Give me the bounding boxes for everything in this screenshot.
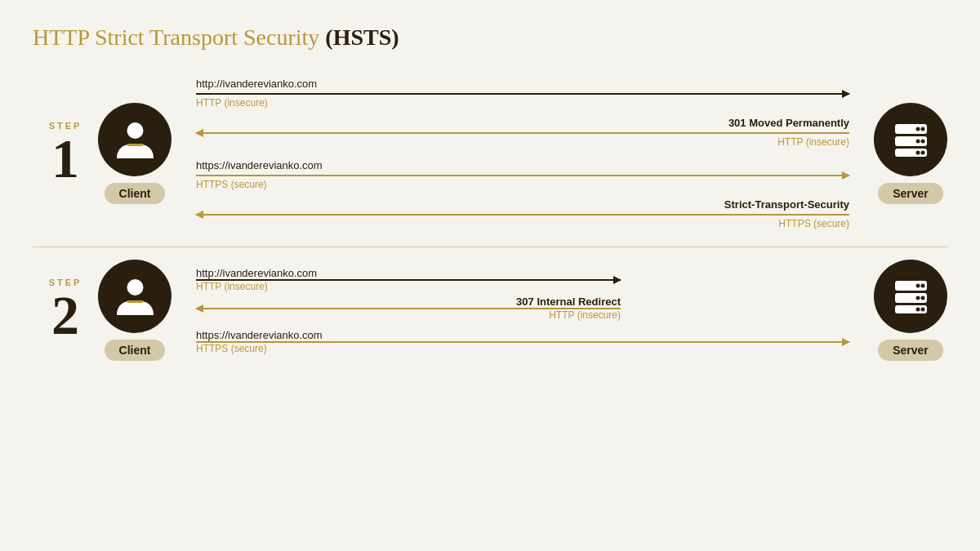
- svg-point-20: [915, 283, 920, 287]
- step1-client-icon: [98, 103, 172, 176]
- server-icon: [889, 118, 933, 162]
- svg-point-10: [915, 150, 920, 154]
- step2-sub3: HTTPS (secure): [196, 343, 849, 354]
- step2-client-wrapper: Client: [98, 260, 172, 361]
- step1-client-label: Client: [105, 183, 166, 204]
- step2-label2: 307 Internal Redirect: [196, 295, 621, 308]
- step1-row: STEP 1 Client http://ivanderevianko.com: [33, 75, 947, 232]
- step1-arrow-line2: [196, 132, 849, 134]
- step1-sub3: HTTPS (secure): [196, 179, 849, 190]
- step1-sub4: HTTPS (secure): [196, 218, 849, 229]
- title-acronym: (HSTS): [325, 24, 399, 50]
- step2-arrow2-block: 307 Internal Redirect HTTP (insecure): [196, 295, 849, 321]
- svg-point-3: [920, 127, 924, 131]
- main-title: HTTP Strict Transport Security (HSTS): [33, 24, 947, 51]
- step1-line3: [196, 175, 849, 176]
- page: HTTP Strict Transport Security (HSTS) ST…: [0, 0, 980, 551]
- svg-point-0: [127, 122, 143, 139]
- person2-icon: [113, 274, 158, 319]
- step1-client-wrapper: Client: [98, 103, 172, 204]
- step1-label2: 301 Moved Permanently: [196, 117, 849, 129]
- svg-rect-12: [127, 300, 143, 303]
- step2-url1: http://ivanderevianko.com: [196, 267, 849, 279]
- step1-line1: [196, 93, 849, 95]
- step2-line1-container: [196, 279, 621, 281]
- svg-point-11: [127, 279, 143, 295]
- step2-row: STEP 2 Client http://ivanderevianko.com: [33, 260, 947, 361]
- step2-sub1: HTTP (insecure): [196, 281, 849, 292]
- step2-line3-container: [196, 341, 849, 343]
- step1-url1: http://ivanderevianko.com: [196, 78, 849, 90]
- step1-arrow2: 301 Moved Permanently HTTP (insecure): [196, 117, 849, 148]
- step2-url3: https://ivanderevianko.com: [196, 329, 849, 341]
- svg-point-23: [915, 295, 920, 300]
- svg-point-7: [915, 139, 920, 143]
- step1-arrow4: Strict-Transport-Security HTTPS (secure): [196, 198, 849, 229]
- step1-number: 1: [51, 131, 79, 186]
- server2-icon: [889, 274, 933, 319]
- step1-sub1: HTTP (insecure): [196, 97, 849, 109]
- svg-point-25: [920, 307, 924, 311]
- step1-url3: https://ivanderevianko.com: [196, 159, 849, 171]
- step1-server-wrapper: Server: [874, 103, 947, 204]
- step2-arrow3-block: https://ivanderevianko.com HTTPS (secure…: [196, 329, 849, 354]
- svg-rect-1: [127, 144, 143, 146]
- step2-arrow1-block: http://ivanderevianko.com HTTP (insecure…: [196, 267, 849, 292]
- step1-arrow1: http://ivanderevianko.com HTTP (insecure…: [196, 78, 849, 109]
- step1-label: STEP 1: [33, 121, 98, 186]
- step1-arrow3: https://ivanderevianko.com HTTPS (secure…: [196, 156, 849, 190]
- svg-point-9: [920, 150, 924, 154]
- step2-client-label: Client: [105, 340, 166, 361]
- step1-arrow-line1: [196, 93, 849, 95]
- step2-number: 2: [51, 287, 79, 343]
- step1-server-icon: [874, 103, 947, 176]
- person-icon: [113, 118, 158, 162]
- svg-point-26: [915, 307, 920, 311]
- step2-arrow-line1: [196, 279, 621, 281]
- step1-sub2: HTTP (insecure): [196, 136, 849, 148]
- step2-server-label: Server: [878, 340, 943, 361]
- step2-arrow-line3: [196, 341, 849, 343]
- step2-server-icon: [874, 260, 947, 333]
- divider: [33, 247, 947, 247]
- step1-server-label: Server: [878, 183, 943, 204]
- svg-point-19: [920, 283, 924, 287]
- step2-client-icon: [98, 260, 172, 333]
- step2-label: STEP 2: [33, 278, 98, 343]
- step1-label4: Strict-Transport-Security: [196, 198, 849, 211]
- step2-sub2: HTTP (insecure): [196, 309, 621, 321]
- svg-point-4: [915, 127, 920, 131]
- step1-arrows-area: http://ivanderevianko.com HTTP (insecure…: [184, 75, 862, 232]
- step1-arrow-line4: [196, 214, 849, 216]
- step1-arrow-line3: [196, 175, 849, 176]
- step2-middle: http://ivanderevianko.com HTTP (insecure…: [184, 267, 862, 354]
- title-prefix: HTTP Strict Transport Security: [33, 24, 325, 50]
- step1-line2: [196, 132, 849, 134]
- step2-server-wrapper: Server: [874, 260, 947, 361]
- step2-arrow-line2: [196, 308, 621, 309]
- step1-line4: [196, 214, 849, 216]
- step2-line2-container: [196, 308, 621, 309]
- svg-point-6: [920, 139, 924, 143]
- svg-point-22: [920, 295, 924, 300]
